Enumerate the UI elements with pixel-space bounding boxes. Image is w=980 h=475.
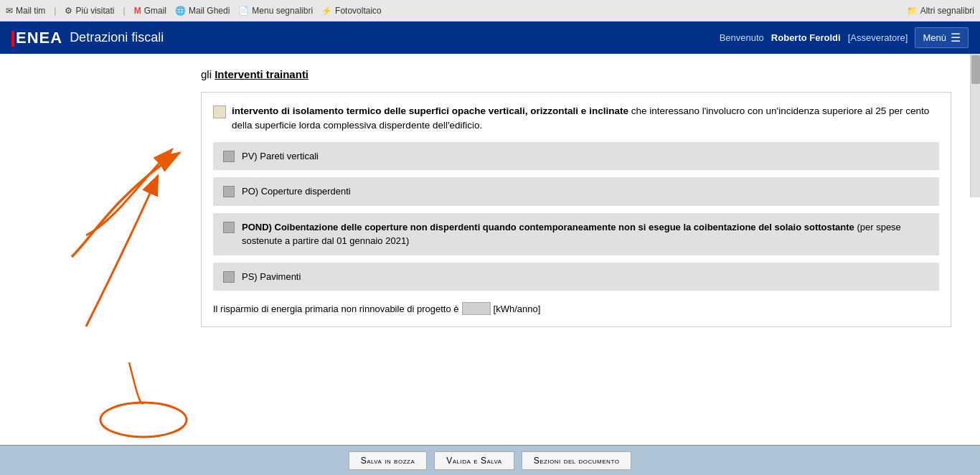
- arrow-area: [29, 92, 201, 327]
- bookmark-fotovoltaico[interactable]: ⚡ Fotovoltaico: [321, 6, 382, 16]
- sub-item-po: PO) Coperture disperdenti: [213, 177, 939, 206]
- browser-toolbar: ✉ Mail tim | ⚙ Più visitati | M Gmail 🌐 …: [0, 0, 980, 22]
- main-checkbox[interactable]: [213, 105, 226, 118]
- risparmio-input[interactable]: [462, 302, 491, 315]
- checkbox-pond[interactable]: [223, 222, 235, 233]
- sub-text-po: PO) Coperture disperdenti: [242, 184, 351, 199]
- user-area: Benvenuto Roberto Feroldi [Asseveratore]…: [720, 27, 969, 48]
- bookmark-piu-visitati[interactable]: ⚙ Più visitati: [65, 6, 114, 16]
- checkbox-po[interactable]: [223, 186, 235, 197]
- gear-icon: ⚙: [65, 6, 72, 16]
- main-item-row: intervento di isolamento termico delle s…: [213, 104, 939, 133]
- mail-ghedi-icon: 🌐: [175, 6, 186, 16]
- main-item-text: intervento di isolamento termico delle s…: [232, 104, 939, 133]
- page-title: Detrazioni fiscali: [70, 30, 164, 45]
- section-title: gli Interventi trainanti: [29, 68, 951, 80]
- menu-label: Menù: [923, 32, 946, 43]
- risparmio-label: Il risparmio di energia primaria non rin…: [213, 304, 459, 314]
- menu-button[interactable]: Menù ☰: [915, 27, 969, 48]
- mail-icon: ✉: [6, 6, 13, 16]
- sub-item-pv: PV) Pareti verticali: [213, 142, 939, 171]
- fotovoltaico-icon: ⚡: [321, 6, 332, 16]
- bookmark-gmail[interactable]: M Gmail: [134, 6, 166, 16]
- main-content: gli Interventi trainanti: [0, 54, 980, 427]
- sub-text-ps: PS) Pavimenti: [242, 270, 301, 284]
- bookmark-folder-icon: 📁: [907, 6, 918, 16]
- sub-text-pond: POND) Coibentazione delle coperture non …: [242, 220, 929, 248]
- checkbox-ps[interactable]: [223, 271, 235, 283]
- others-bookmarks[interactable]: 📁 Altri segnalibri: [907, 6, 974, 16]
- bookmark-mail-ghedi[interactable]: 🌐 Mail Ghedi: [175, 6, 230, 16]
- user-name: Roberto Feroldi: [771, 32, 841, 43]
- bookmark-mail-tim[interactable]: ✉ Mail tim: [6, 6, 45, 16]
- scrollbar[interactable]: [970, 54, 980, 197]
- bookmark-menu-segnalibri[interactable]: 📄 Menu segnalibri: [238, 6, 313, 16]
- risparmio-row: Il risparmio di energia primaria non rin…: [213, 302, 939, 315]
- sub-text-pv: PV) Pareti verticali: [242, 149, 319, 164]
- content-area: intervento di isolamento termico delle s…: [29, 92, 951, 327]
- enea-header: ENEA Detrazioni fiscali Benvenuto Robert…: [0, 22, 980, 54]
- risparmio-unit: [kWh/anno]: [494, 304, 541, 314]
- interventi-trainanti-link[interactable]: Interventi trainanti: [215, 68, 308, 80]
- hamburger-icon: ☰: [951, 31, 961, 44]
- form-area: intervento di isolamento termico delle s…: [201, 92, 951, 327]
- sub-item-pond: POND) Coibentazione delle coperture non …: [213, 213, 939, 255]
- bookmark-icon: 📄: [238, 6, 249, 16]
- scroll-thumb[interactable]: [971, 55, 980, 84]
- user-role: [Asseveratore]: [848, 32, 908, 43]
- sub-item-ps: PS) Pavimenti: [213, 263, 939, 291]
- red-bar-icon: [11, 31, 14, 47]
- gmail-icon: M: [134, 6, 141, 16]
- welcome-text: Benvenuto: [720, 32, 764, 43]
- enea-logo-area: ENEA Detrazioni fiscali: [11, 29, 164, 47]
- checkbox-pv[interactable]: [223, 151, 235, 162]
- enea-logo: ENEA: [11, 29, 62, 47]
